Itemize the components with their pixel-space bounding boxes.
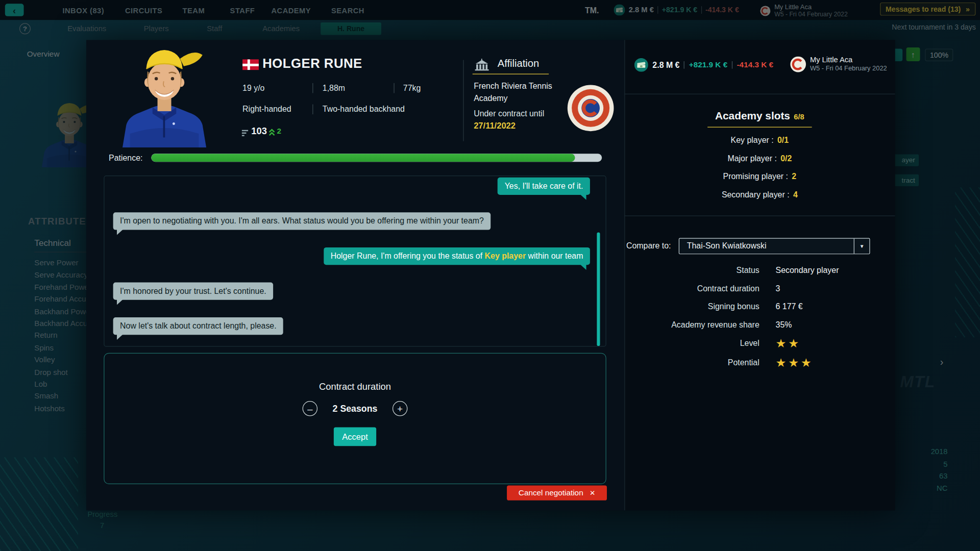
player-ranking: 103 <box>251 126 267 136</box>
affiliated-academy-logo <box>566 84 615 133</box>
detail-label: Signing bonus <box>624 302 759 311</box>
chat-text: I'm honored by your trust. Let's continu… <box>120 286 266 295</box>
detail-value: Secondary player <box>776 265 895 274</box>
academy-logo-icon <box>790 56 806 72</box>
slot-value: 4 <box>793 190 798 199</box>
patience-bar <box>151 154 602 162</box>
contract-duration-title: Contract duration <box>104 381 605 392</box>
compare-detail-row: Potential★★★ <box>624 353 895 372</box>
dropdown-arrow-icon: ▼ <box>854 239 870 254</box>
panel-income: +821.9 K € <box>689 61 727 69</box>
academy-slots-heading: Academy slots 6/8 <box>624 110 895 122</box>
compare-detail-row: Contract duration3 <box>624 279 895 297</box>
panel-balance: 2.8 M € <box>652 60 679 69</box>
slots-underline <box>707 127 812 128</box>
panel-club-date: W5 - Fri 04 February 2022 <box>810 64 893 72</box>
compare-player-dropdown[interactable]: Thai-Son Kwiatkowski ▼ <box>679 238 870 255</box>
affiliated-academy-name: French Riviera Tennis Academy <box>474 80 574 105</box>
decrease-duration-button[interactable]: – <box>303 401 317 416</box>
slot-value: 0/1 <box>777 136 789 145</box>
chat-bubble-player: Now let's talk about contract length, pl… <box>113 317 284 335</box>
chat-bubble-player: I'm honored by your trust. Let's continu… <box>113 282 274 299</box>
divider <box>463 60 463 141</box>
negotiation-chat: Yes, I'll take care of it.I'm open to ne… <box>104 176 606 347</box>
panel-club-info: My Little Aca W5 - Fri 04 February 2022 <box>810 56 893 72</box>
academy-slot-row: Key player :0/1 <box>624 131 895 149</box>
chat-bubble-manager: Holger Rune, I'm offering you the status… <box>324 247 590 265</box>
academy-slot-row: Secondary player :4 <box>624 186 895 204</box>
affiliation-underline <box>473 73 549 74</box>
detail-value: 6 177 € <box>776 302 895 311</box>
compare-details: StatusSecondary playerContract duration3… <box>624 261 895 372</box>
divider <box>624 215 895 216</box>
chat-text: I'm open to negotiating with you. I'm al… <box>120 216 484 226</box>
academy-slot-row: Promising player :2 <box>624 167 895 186</box>
chat-scrollbar[interactable] <box>597 233 600 346</box>
ranking-up-icon <box>269 128 275 135</box>
star-icon: ★ <box>776 356 789 369</box>
slot-label: Major player : <box>727 154 776 163</box>
player-backhand: Two-handed backhand <box>323 104 405 113</box>
player-age: 19 y/o <box>242 83 264 92</box>
compare-detail-row: StatusSecondary player <box>624 261 895 280</box>
detail-value: 3 <box>776 284 895 293</box>
patience-fill <box>151 154 575 162</box>
contract-until-label: Under contract until <box>474 109 544 118</box>
chat-text: within our team <box>526 251 583 260</box>
compare-detail-row: Academy revenue share35% <box>624 315 895 334</box>
slots-title: Academy slots <box>715 110 790 122</box>
slot-value: 0/2 <box>780 154 792 163</box>
detail-label: Academy revenue share <box>624 320 759 329</box>
affiliation-heading: Affiliation <box>498 58 540 69</box>
player-weight: 77kg <box>403 83 421 92</box>
accept-button[interactable]: Accept <box>334 428 376 446</box>
detail-label: Contract duration <box>624 284 759 293</box>
compare-detail-row: Level★★ <box>624 334 895 353</box>
chat-text: Now let's talk about contract length, pl… <box>120 321 277 330</box>
detail-value: 35% <box>776 320 895 329</box>
player-name: HOLGER RUNE <box>262 56 362 71</box>
divider <box>624 94 895 94</box>
ranking-icon <box>241 128 249 136</box>
chat-text: Holger Rune, I'm offering you the status… <box>331 251 485 260</box>
close-icon: ✕ <box>590 489 595 497</box>
contract-until-date: 27/11/2022 <box>474 121 516 131</box>
academy-slot-row: Major player :0/2 <box>624 149 895 168</box>
star-icon: ★ <box>776 337 789 350</box>
divider <box>312 83 313 93</box>
game-screen: ‹ INBOX (83)CIRCUITSTEAMSTAFFACADEMYSEAR… <box>0 0 980 551</box>
money-icon <box>634 58 648 72</box>
cancel-negotiation-button[interactable]: Cancel negotiation ✕ <box>507 485 607 500</box>
panel-club-name: My Little Aca <box>810 56 893 64</box>
academy-building-icon <box>474 59 490 71</box>
star-rating: ★★★ <box>776 357 895 368</box>
detail-label: Potential <box>624 358 759 367</box>
plus-icon: + <box>397 404 403 413</box>
duration-value: 2 Seasons <box>317 404 393 414</box>
negotiation-modal: HOLGER RUNE 19 y/o 1,88m 77kg Right-hand… <box>86 40 895 510</box>
minus-icon: – <box>307 404 312 413</box>
increase-duration-button[interactable]: + <box>393 401 407 416</box>
panel-finances: 2.8 M € +821.9 K € -414.3 K € <box>634 57 773 73</box>
slots-count: 6/8 <box>794 112 804 121</box>
divider <box>394 83 394 93</box>
chat-bubble-manager: Yes, I'll take care of it. <box>498 178 590 195</box>
player-photo <box>111 40 217 147</box>
key-player-highlight: Key player <box>485 251 526 260</box>
denmark-flag-icon <box>242 59 259 70</box>
duration-stepper: – 2 Seasons + <box>104 401 605 416</box>
contract-duration-panel: Contract duration – 2 Seasons + Accept <box>104 353 606 484</box>
detail-label: Status <box>624 265 759 274</box>
chat-messages: Yes, I'll take care of it.I'm open to ne… <box>113 178 597 335</box>
slot-value: 2 <box>792 172 796 181</box>
compare-detail-row: Signing bonus6 177 € <box>624 297 895 316</box>
compare-to-label: Compare to: <box>626 241 671 251</box>
detail-label: Level <box>624 339 759 348</box>
player-height: 1,88m <box>323 83 345 92</box>
divider <box>732 61 732 69</box>
chat-bubble-player: I'm open to negotiating with you. I'm al… <box>113 212 491 230</box>
panel-expense: -414.3 K € <box>737 61 773 69</box>
slot-label: Secondary player : <box>722 190 790 199</box>
slot-label: Promising player : <box>723 172 788 181</box>
ranking-change: 2 <box>277 127 281 136</box>
